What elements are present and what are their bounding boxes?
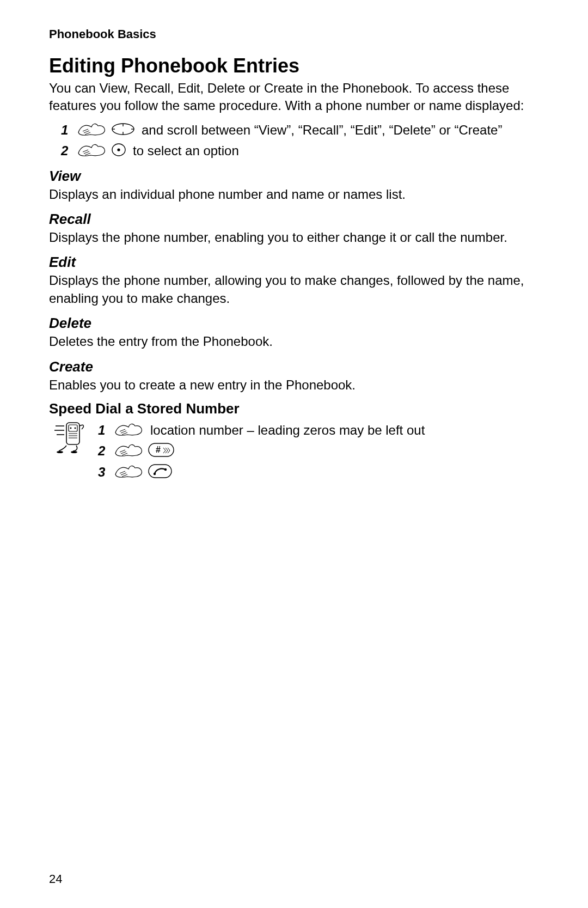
speed-dial-heading: Speed Dial a Stored Number bbox=[49, 400, 539, 417]
delete-paragraph: Deletes the entry from the Phonebook. bbox=[49, 333, 539, 350]
edit-paragraph: Displays the phone number, allowing you … bbox=[49, 272, 539, 307]
press-key-icon bbox=[77, 142, 107, 157]
press-key-icon bbox=[114, 442, 144, 458]
speed-dial-steps: 1 location number – leading zeros may be… bbox=[98, 419, 539, 484]
svg-rect-21 bbox=[149, 465, 171, 478]
press-key-icon bbox=[114, 464, 144, 479]
nav-scroll-icon bbox=[111, 123, 135, 136]
step-number: 2 bbox=[98, 442, 108, 460]
recall-paragraph: Displays the phone number, enabling you … bbox=[49, 229, 539, 246]
svg-point-13 bbox=[75, 428, 76, 429]
top-steps: 1 and scroll between “View”, “Recall”, “… bbox=[49, 121, 539, 160]
edit-heading: Edit bbox=[49, 254, 539, 271]
create-heading: Create bbox=[49, 358, 539, 375]
sd-step-1: 1 location number – leading zeros may be… bbox=[98, 422, 539, 439]
svg-point-6 bbox=[117, 149, 120, 151]
intro-paragraph: You can View, Recall, Edit, Delete or Cr… bbox=[49, 80, 539, 115]
speed-dial-block: 1 location number – leading zeros may be… bbox=[49, 419, 539, 484]
step-text: location number – leading zeros may be l… bbox=[150, 422, 539, 439]
phone-mascot-icon bbox=[49, 419, 88, 484]
sd-step-3: 3 bbox=[98, 464, 539, 481]
step-2: 2 to select an option bbox=[61, 142, 539, 160]
recall-heading: Recall bbox=[49, 211, 539, 228]
page: Phonebook Basics Editing Phonebook Entri… bbox=[0, 0, 588, 908]
sd-step-2: 2 # bbox=[98, 442, 539, 460]
call-key-icon bbox=[148, 464, 172, 478]
page-header: Phonebook Basics bbox=[49, 27, 539, 41]
svg-point-17 bbox=[57, 451, 63, 453]
page-title: Editing Phonebook Entries bbox=[49, 54, 539, 77]
page-number: 24 bbox=[49, 872, 62, 886]
step-1: 1 and scroll between “View”, “Recall”, “… bbox=[61, 121, 539, 139]
delete-heading: Delete bbox=[49, 315, 539, 332]
view-heading: View bbox=[49, 168, 539, 185]
step-number: 2 bbox=[61, 142, 71, 160]
press-key-icon bbox=[77, 121, 107, 137]
svg-rect-19 bbox=[149, 443, 174, 456]
step-number: 3 bbox=[98, 464, 108, 481]
select-button-icon bbox=[111, 143, 126, 157]
step-number: 1 bbox=[98, 422, 108, 439]
step-text: to select an option bbox=[133, 142, 539, 160]
hash-key-icon: # bbox=[148, 443, 174, 457]
view-paragraph: Displays an individual phone number and … bbox=[49, 186, 539, 203]
press-key-icon bbox=[114, 422, 144, 437]
svg-point-18 bbox=[71, 451, 77, 453]
svg-point-12 bbox=[70, 428, 72, 429]
create-paragraph: Enables you to create a new entry in the… bbox=[49, 376, 539, 394]
svg-text:#: # bbox=[156, 445, 161, 454]
svg-point-22 bbox=[154, 472, 156, 474]
step-number: 1 bbox=[61, 121, 71, 139]
svg-point-23 bbox=[164, 468, 167, 470]
step-text: and scroll between “View”, “Recall”, “Ed… bbox=[142, 121, 539, 139]
